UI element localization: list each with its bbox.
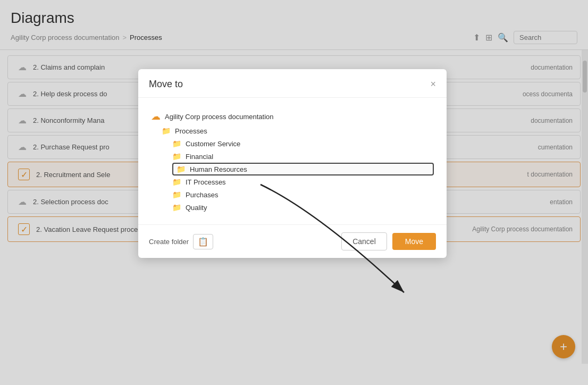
folder-icon: 📁 xyxy=(177,165,186,173)
tree-human-resources[interactable]: 📁 Human Resources xyxy=(172,163,434,175)
tree-purchases[interactable]: 📁 Purchases xyxy=(172,188,434,201)
folder-icon: 📁 xyxy=(172,190,181,199)
create-folder-label: Create folder xyxy=(149,238,189,246)
tree-purchases-label: Purchases xyxy=(186,191,218,199)
tree-root-item[interactable]: ☁ Agility Corp process documentation xyxy=(151,108,434,124)
cancel-button[interactable]: Cancel xyxy=(341,232,387,250)
new-folder-icon: 📋 xyxy=(198,237,208,246)
tree-it-processes-label: IT Processes xyxy=(186,178,226,186)
tree-human-resources-label: Human Resources xyxy=(190,165,247,173)
folder-icon: 📁 xyxy=(172,139,181,148)
tree-root-label: Agility Corp process documentation xyxy=(165,113,274,121)
tree-sub-items: 📁 Customer Service 📁 Financial 📁 Human R… xyxy=(162,137,434,214)
tree-customer-service-label: Customer Service xyxy=(186,140,240,148)
tree-financial[interactable]: 📁 Financial xyxy=(172,150,434,163)
move-button[interactable]: Move xyxy=(392,233,436,250)
modal-title: Move to xyxy=(149,79,183,90)
modal-body: ☁ Agility Corp process documentation 📁 P… xyxy=(138,98,447,224)
tree-financial-label: Financial xyxy=(186,153,213,161)
tree-children: 📁 Processes 📁 Customer Service 📁 Financi… xyxy=(151,124,434,214)
modal-footer: Create folder 📋 Cancel Move xyxy=(138,224,447,258)
folder-icon: 📁 xyxy=(172,152,181,161)
folder-icon: 📁 xyxy=(172,178,181,186)
modal-header: Move to × xyxy=(138,69,447,98)
create-folder-button[interactable]: 📋 xyxy=(193,234,213,249)
tree-processes-label: Processes xyxy=(175,127,207,135)
tree-quality[interactable]: 📁 Quality xyxy=(172,201,434,214)
tree-quality-label: Quality xyxy=(186,204,207,212)
tree-processes-item[interactable]: 📁 Processes xyxy=(162,124,434,137)
folder-icon: 📁 xyxy=(162,127,171,135)
create-folder-area: Create folder 📋 xyxy=(149,234,213,249)
cloud-root-icon: ☁ xyxy=(151,111,161,122)
folder-icon: 📁 xyxy=(172,203,181,212)
tree-it-processes[interactable]: 📁 IT Processes xyxy=(172,175,434,188)
move-to-modal: Move to × ☁ Agility Corp process documen… xyxy=(138,69,447,258)
tree-customer-service[interactable]: 📁 Customer Service xyxy=(172,137,434,150)
close-button[interactable]: × xyxy=(430,79,436,90)
page: Diagrams Agility Corp process documentat… xyxy=(0,0,588,385)
